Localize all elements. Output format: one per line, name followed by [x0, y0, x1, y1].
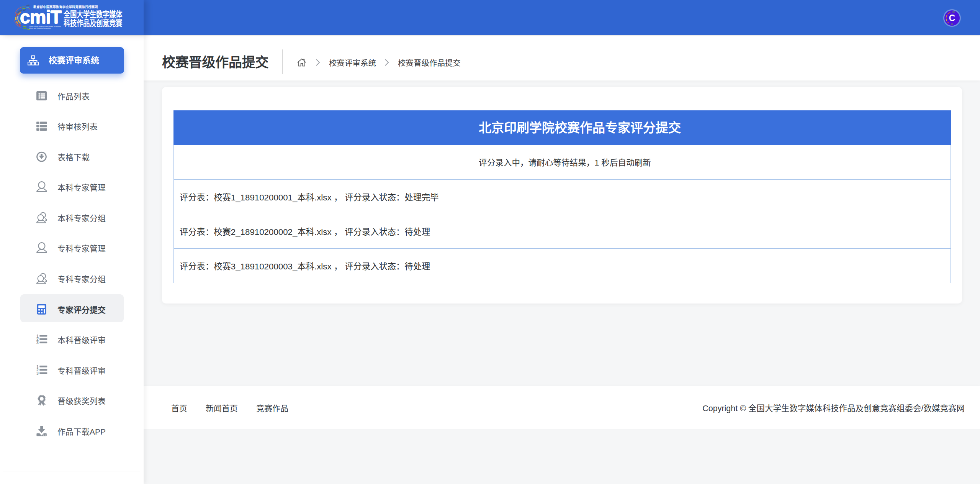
svg-text:3: 3 — [36, 340, 39, 345]
svg-text:3: 3 — [36, 371, 39, 375]
